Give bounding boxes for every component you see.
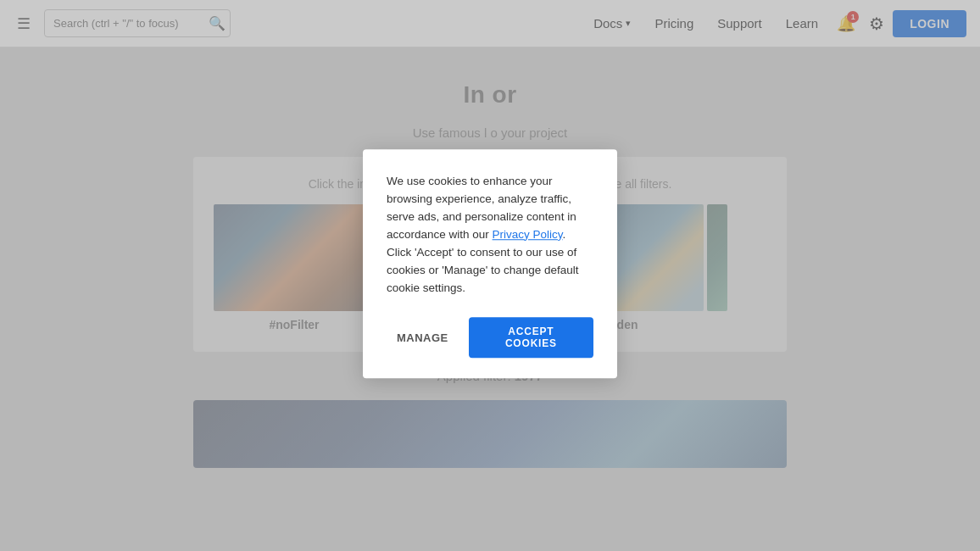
cookie-actions: MANAGE ACCEPT COOKIES (387, 318, 593, 359)
accept-cookies-button[interactable]: ACCEPT COOKIES (469, 318, 593, 359)
cookie-consent-modal: We use cookies to enhance your browsing … (363, 149, 617, 378)
manage-cookies-button[interactable]: MANAGE (387, 325, 459, 351)
privacy-policy-link[interactable]: Privacy Policy (493, 228, 563, 241)
cookie-text: We use cookies to enhance your browsing … (387, 173, 593, 297)
